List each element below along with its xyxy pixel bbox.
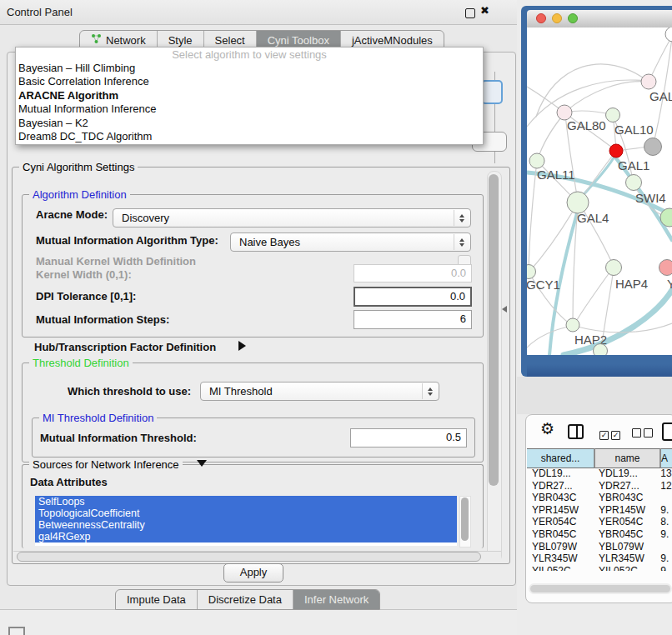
- function-builder-icon[interactable]: [662, 422, 672, 441]
- table-row[interactable]: YDL19...YDL19...13: [527, 468, 672, 480]
- network-node-bottom-node[interactable]: [594, 344, 608, 356]
- table-cell[interactable]: YDR27...: [594, 480, 659, 492]
- network-edge[interactable]: [529, 210, 574, 272]
- table-row[interactable]: YBL079WYBL079W: [527, 541, 672, 553]
- table-row[interactable]: YER054CYER054C8.: [527, 516, 672, 528]
- settings-gear-icon[interactable]: ⚙: [540, 419, 554, 438]
- column-layout-icon[interactable]: [568, 424, 584, 439]
- table-cell[interactable]: YER054C: [594, 516, 659, 528]
- column-header-name[interactable]: name: [595, 448, 661, 468]
- network-node-GAL11[interactable]: [529, 153, 544, 168]
- network-node-gal-partial[interactable]: [641, 74, 656, 89]
- table-cell[interactable]: YDL19...: [527, 468, 594, 480]
- settings-horizontal-scrollbar-thumb[interactable]: [17, 552, 481, 562]
- dpi-tolerance-field[interactable]: 0.0: [354, 287, 472, 307]
- table-cell[interactable]: YPR145W: [594, 504, 659, 517]
- table-cell[interactable]: YLR345W: [527, 552, 594, 565]
- mi-steps-field[interactable]: 6: [354, 310, 472, 329]
- splitter-collapse-icon[interactable]: [502, 306, 507, 312]
- table-cell[interactable]: YBR045C: [594, 528, 659, 541]
- table-cell[interactable]: 12: [659, 480, 672, 492]
- table-cell[interactable]: YPR145W: [527, 504, 594, 517]
- algorithm-option[interactable]: Mutual Information Inference: [16, 102, 483, 116]
- data-attribute-item[interactable]: SelfLoops: [35, 496, 457, 508]
- column-header-partial[interactable]: A: [661, 448, 672, 468]
- network-node-salmon-node[interactable]: [659, 260, 672, 276]
- table-cell[interactable]: 9.: [659, 504, 672, 517]
- table-cell[interactable]: YLR345W: [594, 552, 659, 565]
- network-edge[interactable]: [564, 82, 649, 112]
- table-horizontal-scrollbar-thumb[interactable]: [530, 585, 670, 592]
- network-node-GCY1[interactable]: [527, 265, 536, 279]
- attributes-scrollbar-thumb[interactable]: [461, 498, 469, 541]
- algorithm-option[interactable]: ARACNE Algorithm: [16, 89, 483, 102]
- network-edge[interactable]: [538, 113, 564, 159]
- settings-vertical-scrollbar-thumb[interactable]: [489, 174, 499, 486]
- network-edge[interactable]: [536, 64, 649, 117]
- float-window-icon[interactable]: [465, 8, 475, 18]
- table-cell[interactable]: 9: [659, 565, 672, 571]
- table-cell[interactable]: 8.: [659, 516, 672, 528]
- kernel-width-field[interactable]: 0.0: [354, 264, 472, 282]
- collapse-arrow-icon[interactable]: [197, 460, 207, 467]
- table-row[interactable]: YDR27...YDR27...12: [527, 480, 672, 492]
- table-cell[interactable]: YBL079W: [527, 541, 594, 553]
- table-cell[interactable]: YBR043C: [594, 492, 659, 504]
- threshold-combobox[interactable]: MI Threshold: [200, 382, 439, 401]
- network-node-HAP4[interactable]: [606, 260, 622, 276]
- select-all-icon[interactable]: ✓✓: [599, 426, 623, 441]
- table-cell[interactable]: YIL052C: [527, 565, 594, 571]
- table-row[interactable]: YIL052CYIL052C9: [527, 565, 672, 571]
- tab-infer-network[interactable]: Infer Network: [293, 590, 379, 609]
- control-panel-titlebar[interactable]: Control Panel ✖: [0, 0, 517, 25]
- apply-button[interactable]: Apply: [223, 563, 283, 582]
- network-window-titlebar[interactable]: [527, 10, 672, 28]
- algorithm-option[interactable]: Bayesian – Hill Climbing: [16, 62, 483, 75]
- network-node-edge-node[interactable]: [665, 28, 672, 42]
- data-attribute-item[interactable]: TopologicalCoefficient: [35, 508, 457, 519]
- table-cell[interactable]: 9.: [659, 528, 672, 541]
- network-canvas[interactable]: GALGAL80GAL10GAL1GAL11SWI4GAL4GCY1HAP4YH…: [527, 28, 672, 355]
- network-node-GAL10[interactable]: [606, 108, 620, 122]
- data-attributes-list[interactable]: SelfLoopsTopologicalCoefficientBetweenne…: [35, 496, 457, 546]
- column-header-shared-name[interactable]: shared...: [527, 448, 595, 468]
- table-cell[interactable]: [659, 541, 672, 553]
- algorithm-option[interactable]: Basic Correlation Inference: [16, 75, 483, 88]
- table-cell[interactable]: YBR045C: [527, 528, 594, 541]
- table-row[interactable]: YBR045CYBR045C9.: [527, 528, 672, 541]
- network-node-gray-node[interactable]: [644, 138, 662, 156]
- tab-impute-data[interactable]: Impute Data: [116, 590, 198, 609]
- expand-arrow-icon[interactable]: [238, 341, 246, 351]
- network-node-SWI4[interactable]: [626, 175, 642, 191]
- data-attribute-item[interactable]: gal4RGexp: [35, 531, 457, 542]
- mi-threshold-field[interactable]: 0.5: [350, 428, 467, 448]
- mi-algorithm-type-combobox[interactable]: Naive Bayes: [230, 232, 471, 252]
- algorithm-option[interactable]: Dream8 DC_TDC Algorithm: [16, 130, 483, 143]
- network-node-GAL1[interactable]: [609, 144, 623, 158]
- table-cell[interactable]: YIL052C: [594, 565, 659, 571]
- close-icon[interactable]: ✖: [480, 4, 489, 17]
- tab-discretize-data[interactable]: Discretize Data: [198, 590, 293, 609]
- minimize-traffic-light-icon[interactable]: [552, 13, 562, 23]
- table-cell[interactable]: 13: [659, 468, 672, 480]
- close-traffic-light-icon[interactable]: [536, 13, 546, 23]
- network-node-HAP2[interactable]: [566, 318, 579, 332]
- deselect-all-icon[interactable]: [632, 426, 655, 441]
- minimized-panel-icon[interactable]: [8, 627, 25, 635]
- network-edge[interactable]: [580, 151, 616, 200]
- table-cell[interactable]: YER054C: [527, 516, 594, 528]
- table-row[interactable]: YPR145WYPR145W9.: [527, 504, 672, 517]
- table-row[interactable]: YLR345WYLR345W9.: [527, 552, 672, 565]
- table-row[interactable]: YBR043CYBR043C: [527, 492, 672, 504]
- table-cell[interactable]: [659, 492, 672, 504]
- network-edge[interactable]: [529, 161, 537, 271]
- aracne-mode-combobox[interactable]: Discovery: [113, 208, 471, 228]
- table-cell[interactable]: YBL079W: [594, 541, 659, 553]
- table-cell[interactable]: YBR043C: [527, 492, 594, 504]
- algorithm-option[interactable]: Bayesian – K2: [16, 117, 483, 130]
- table-cell[interactable]: YDR27...: [527, 480, 594, 492]
- data-attribute-item[interactable]: BetweennessCentrality: [35, 519, 457, 531]
- zoom-traffic-light-icon[interactable]: [568, 13, 578, 23]
- table-rows[interactable]: YDL19...YDL19...13YDR27...YDR27...12YBR0…: [527, 468, 672, 571]
- table-cell[interactable]: 9.: [659, 552, 672, 565]
